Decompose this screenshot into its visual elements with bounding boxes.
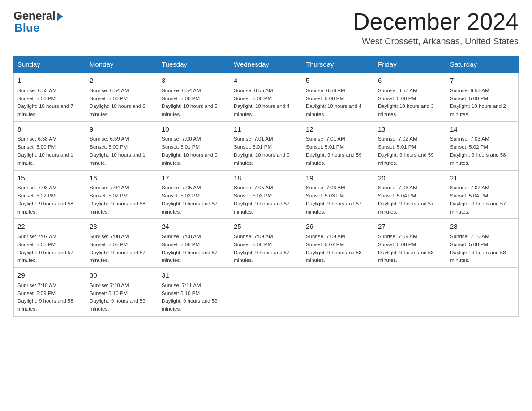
calendar-cell: 13Sunrise: 7:02 AMSunset: 5:01 PMDayligh…: [374, 121, 446, 170]
day-info: Sunrise: 7:09 AMSunset: 5:06 PMDaylight:…: [234, 233, 298, 265]
day-number: 22: [17, 222, 82, 232]
day-info: Sunrise: 7:05 AMSunset: 5:03 PMDaylight:…: [234, 184, 298, 216]
day-number: 3: [162, 76, 226, 86]
calendar-cell: 20Sunrise: 7:06 AMSunset: 5:04 PMDayligh…: [374, 170, 446, 219]
calendar-cell: 8Sunrise: 6:58 AMSunset: 5:00 PMDaylight…: [14, 121, 86, 170]
day-info: Sunrise: 7:09 AMSunset: 5:07 PMDaylight:…: [306, 233, 370, 265]
day-info: Sunrise: 7:03 AMSunset: 5:02 PMDaylight:…: [450, 135, 515, 167]
day-number: 4: [234, 76, 298, 86]
day-number: 26: [306, 222, 370, 232]
weekday-header-tuesday: Tuesday: [158, 56, 230, 73]
calendar-cell: 26Sunrise: 7:09 AMSunset: 5:07 PMDayligh…: [302, 219, 374, 268]
day-info: Sunrise: 6:55 AMSunset: 5:00 PMDaylight:…: [234, 87, 298, 119]
day-info: Sunrise: 6:54 AMSunset: 5:00 PMDaylight:…: [162, 87, 226, 119]
day-number: 27: [378, 222, 442, 232]
day-info: Sunrise: 7:07 AMSunset: 5:05 PMDaylight:…: [17, 233, 82, 265]
day-info: Sunrise: 6:58 AMSunset: 5:00 PMDaylight:…: [17, 135, 82, 167]
calendar-cell: 11Sunrise: 7:01 AMSunset: 5:01 PMDayligh…: [230, 121, 302, 170]
day-info: Sunrise: 7:10 AMSunset: 5:10 PMDaylight:…: [90, 282, 154, 313]
day-number: 24: [162, 222, 226, 232]
day-info: Sunrise: 7:09 AMSunset: 5:08 PMDaylight:…: [378, 233, 442, 265]
calendar-cell: 1Sunrise: 6:53 AMSunset: 5:00 PMDaylight…: [14, 73, 86, 122]
weekday-header-monday: Monday: [86, 56, 158, 73]
calendar-cell: 4Sunrise: 6:55 AMSunset: 5:00 PMDaylight…: [230, 73, 302, 122]
calendar-cell: 12Sunrise: 7:01 AMSunset: 5:01 PMDayligh…: [302, 121, 374, 170]
day-number: 25: [234, 222, 298, 232]
day-info: Sunrise: 6:58 AMSunset: 5:00 PMDaylight:…: [450, 87, 515, 119]
day-number: 17: [162, 173, 226, 184]
day-number: 30: [90, 270, 154, 281]
calendar-cell: 5Sunrise: 6:56 AMSunset: 5:00 PMDaylight…: [302, 73, 374, 122]
calendar-cell: [230, 268, 302, 317]
day-number: 5: [306, 76, 370, 86]
day-number: 31: [162, 270, 226, 281]
weekday-header-row: SundayMondayTuesdayWednesdayThursdayFrid…: [14, 56, 519, 73]
weekday-header-thursday: Thursday: [302, 56, 374, 73]
calendar-cell: 19Sunrise: 7:06 AMSunset: 5:03 PMDayligh…: [302, 170, 374, 219]
calendar-cell: 24Sunrise: 7:08 AMSunset: 5:06 PMDayligh…: [158, 219, 230, 268]
calendar-cell: 3Sunrise: 6:54 AMSunset: 5:00 PMDaylight…: [158, 73, 230, 122]
calendar-cell: 6Sunrise: 6:57 AMSunset: 5:00 PMDaylight…: [374, 73, 446, 122]
day-number: 19: [306, 173, 370, 184]
calendar-cell: 10Sunrise: 7:00 AMSunset: 5:01 PMDayligh…: [158, 121, 230, 170]
day-number: 23: [90, 222, 154, 232]
logo-blue-text: Blue: [14, 21, 39, 35]
day-info: Sunrise: 6:54 AMSunset: 5:00 PMDaylight:…: [90, 87, 154, 119]
day-number: 8: [17, 124, 82, 135]
calendar-cell: 29Sunrise: 7:10 AMSunset: 5:09 PMDayligh…: [14, 268, 86, 317]
title-block: December 2024 West Crossett, Arkansas, U…: [353, 9, 519, 47]
day-number: 2: [90, 76, 154, 86]
calendar-cell: 7Sunrise: 6:58 AMSunset: 5:00 PMDaylight…: [446, 73, 519, 122]
day-info: Sunrise: 6:56 AMSunset: 5:00 PMDaylight:…: [306, 87, 370, 119]
day-number: 9: [90, 124, 154, 135]
day-number: 1: [17, 76, 82, 86]
day-number: 10: [162, 124, 226, 135]
calendar-cell: 31Sunrise: 7:11 AMSunset: 5:10 PMDayligh…: [158, 268, 230, 317]
calendar-cell: 30Sunrise: 7:10 AMSunset: 5:10 PMDayligh…: [86, 268, 158, 317]
day-info: Sunrise: 7:01 AMSunset: 5:01 PMDaylight:…: [306, 135, 370, 167]
day-info: Sunrise: 6:57 AMSunset: 5:00 PMDaylight:…: [378, 87, 442, 119]
calendar-cell: 14Sunrise: 7:03 AMSunset: 5:02 PMDayligh…: [446, 121, 519, 170]
day-info: Sunrise: 7:08 AMSunset: 5:05 PMDaylight:…: [90, 233, 154, 265]
day-info: Sunrise: 7:06 AMSunset: 5:04 PMDaylight:…: [378, 184, 442, 216]
calendar-cell: [302, 268, 374, 317]
day-number: 7: [450, 76, 515, 86]
calendar-cell: 16Sunrise: 7:04 AMSunset: 5:02 PMDayligh…: [86, 170, 158, 219]
calendar-cell: 15Sunrise: 7:03 AMSunset: 5:02 PMDayligh…: [14, 170, 86, 219]
day-info: Sunrise: 7:03 AMSunset: 5:02 PMDaylight:…: [17, 184, 82, 216]
day-info: Sunrise: 6:53 AMSunset: 5:00 PMDaylight:…: [17, 87, 82, 119]
calendar-cell: 21Sunrise: 7:07 AMSunset: 5:04 PMDayligh…: [446, 170, 519, 219]
calendar-cell: 25Sunrise: 7:09 AMSunset: 5:06 PMDayligh…: [230, 219, 302, 268]
logo: General Blue: [13, 9, 63, 35]
day-info: Sunrise: 7:02 AMSunset: 5:01 PMDaylight:…: [378, 135, 442, 167]
calendar-cell: 28Sunrise: 7:10 AMSunset: 5:08 PMDayligh…: [446, 219, 519, 268]
day-info: Sunrise: 6:59 AMSunset: 5:00 PMDaylight:…: [90, 135, 154, 167]
calendar-cell: 17Sunrise: 7:05 AMSunset: 5:03 PMDayligh…: [158, 170, 230, 219]
day-number: 28: [450, 222, 515, 232]
day-number: 12: [306, 124, 370, 135]
day-info: Sunrise: 7:08 AMSunset: 5:06 PMDaylight:…: [162, 233, 226, 265]
calendar-table: SundayMondayTuesdayWednesdayThursdayFrid…: [13, 56, 519, 317]
calendar-cell: [446, 268, 519, 317]
day-number: 16: [90, 173, 154, 184]
week-row-1: 1Sunrise: 6:53 AMSunset: 5:00 PMDaylight…: [14, 73, 519, 122]
calendar-title: December 2024: [353, 9, 519, 34]
page-header: General Blue December 2024 West Crossett…: [13, 9, 519, 47]
logo-arrow-icon: [57, 12, 63, 21]
week-row-3: 15Sunrise: 7:03 AMSunset: 5:02 PMDayligh…: [14, 170, 519, 219]
week-row-2: 8Sunrise: 6:58 AMSunset: 5:00 PMDaylight…: [14, 121, 519, 170]
day-number: 13: [378, 124, 442, 135]
week-row-4: 22Sunrise: 7:07 AMSunset: 5:05 PMDayligh…: [14, 219, 519, 268]
day-info: Sunrise: 7:07 AMSunset: 5:04 PMDaylight:…: [450, 184, 515, 216]
day-number: 18: [234, 173, 298, 184]
calendar-cell: [374, 268, 446, 317]
day-info: Sunrise: 7:05 AMSunset: 5:03 PMDaylight:…: [162, 184, 226, 216]
day-info: Sunrise: 7:06 AMSunset: 5:03 PMDaylight:…: [306, 184, 370, 216]
day-info: Sunrise: 7:10 AMSunset: 5:09 PMDaylight:…: [17, 282, 82, 313]
weekday-header-saturday: Saturday: [446, 56, 519, 73]
calendar-cell: 18Sunrise: 7:05 AMSunset: 5:03 PMDayligh…: [230, 170, 302, 219]
day-info: Sunrise: 7:11 AMSunset: 5:10 PMDaylight:…: [162, 282, 226, 313]
day-number: 14: [450, 124, 515, 135]
day-number: 6: [378, 76, 442, 86]
weekday-header-wednesday: Wednesday: [230, 56, 302, 73]
